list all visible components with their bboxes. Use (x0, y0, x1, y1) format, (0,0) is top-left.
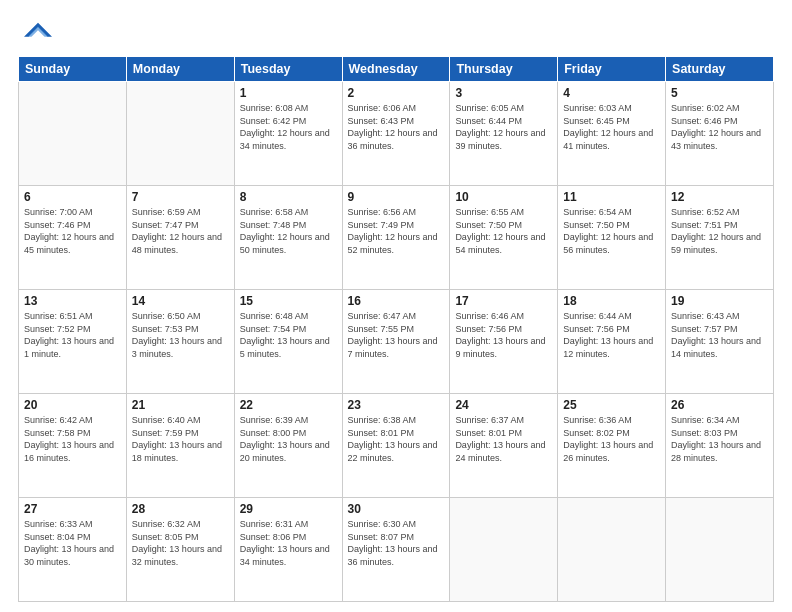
table-row: 19Sunrise: 6:43 AM Sunset: 7:57 PM Dayli… (666, 290, 774, 394)
table-row: 17Sunrise: 6:46 AM Sunset: 7:56 PM Dayli… (450, 290, 558, 394)
table-row: 15Sunrise: 6:48 AM Sunset: 7:54 PM Dayli… (234, 290, 342, 394)
table-row: 4Sunrise: 6:03 AM Sunset: 6:45 PM Daylig… (558, 82, 666, 186)
day-number: 16 (348, 294, 445, 308)
logo (18, 18, 52, 46)
table-row (450, 498, 558, 602)
day-info: Sunrise: 6:47 AM Sunset: 7:55 PM Dayligh… (348, 310, 445, 360)
day-number: 6 (24, 190, 121, 204)
day-number: 25 (563, 398, 660, 412)
table-row: 16Sunrise: 6:47 AM Sunset: 7:55 PM Dayli… (342, 290, 450, 394)
table-row: 30Sunrise: 6:30 AM Sunset: 8:07 PM Dayli… (342, 498, 450, 602)
table-row: 28Sunrise: 6:32 AM Sunset: 8:05 PM Dayli… (126, 498, 234, 602)
table-row: 21Sunrise: 6:40 AM Sunset: 7:59 PM Dayli… (126, 394, 234, 498)
day-number: 3 (455, 86, 552, 100)
table-row: 7Sunrise: 6:59 AM Sunset: 7:47 PM Daylig… (126, 186, 234, 290)
day-number: 1 (240, 86, 337, 100)
table-row: 22Sunrise: 6:39 AM Sunset: 8:00 PM Dayli… (234, 394, 342, 498)
day-info: Sunrise: 6:02 AM Sunset: 6:46 PM Dayligh… (671, 102, 768, 152)
table-row: 12Sunrise: 6:52 AM Sunset: 7:51 PM Dayli… (666, 186, 774, 290)
day-number: 8 (240, 190, 337, 204)
header-wednesday: Wednesday (342, 57, 450, 82)
table-row: 10Sunrise: 6:55 AM Sunset: 7:50 PM Dayli… (450, 186, 558, 290)
day-number: 23 (348, 398, 445, 412)
table-row: 1Sunrise: 6:08 AM Sunset: 6:42 PM Daylig… (234, 82, 342, 186)
day-number: 17 (455, 294, 552, 308)
table-row: 2Sunrise: 6:06 AM Sunset: 6:43 PM Daylig… (342, 82, 450, 186)
day-number: 4 (563, 86, 660, 100)
day-info: Sunrise: 6:31 AM Sunset: 8:06 PM Dayligh… (240, 518, 337, 568)
day-number: 11 (563, 190, 660, 204)
calendar-week-row: 13Sunrise: 6:51 AM Sunset: 7:52 PM Dayli… (19, 290, 774, 394)
table-row: 29Sunrise: 6:31 AM Sunset: 8:06 PM Dayli… (234, 498, 342, 602)
table-row (126, 82, 234, 186)
calendar-week-row: 20Sunrise: 6:42 AM Sunset: 7:58 PM Dayli… (19, 394, 774, 498)
day-number: 22 (240, 398, 337, 412)
day-number: 29 (240, 502, 337, 516)
logo-icon (24, 18, 52, 46)
day-info: Sunrise: 6:54 AM Sunset: 7:50 PM Dayligh… (563, 206, 660, 256)
day-info: Sunrise: 6:44 AM Sunset: 7:56 PM Dayligh… (563, 310, 660, 360)
calendar-week-row: 27Sunrise: 6:33 AM Sunset: 8:04 PM Dayli… (19, 498, 774, 602)
table-row: 25Sunrise: 6:36 AM Sunset: 8:02 PM Dayli… (558, 394, 666, 498)
day-number: 5 (671, 86, 768, 100)
day-info: Sunrise: 6:48 AM Sunset: 7:54 PM Dayligh… (240, 310, 337, 360)
header-friday: Friday (558, 57, 666, 82)
header-tuesday: Tuesday (234, 57, 342, 82)
table-row: 23Sunrise: 6:38 AM Sunset: 8:01 PM Dayli… (342, 394, 450, 498)
table-row: 18Sunrise: 6:44 AM Sunset: 7:56 PM Dayli… (558, 290, 666, 394)
day-info: Sunrise: 6:51 AM Sunset: 7:52 PM Dayligh… (24, 310, 121, 360)
day-number: 9 (348, 190, 445, 204)
day-info: Sunrise: 6:32 AM Sunset: 8:05 PM Dayligh… (132, 518, 229, 568)
calendar-table: Sunday Monday Tuesday Wednesday Thursday… (18, 56, 774, 602)
table-row: 6Sunrise: 7:00 AM Sunset: 7:46 PM Daylig… (19, 186, 127, 290)
day-number: 18 (563, 294, 660, 308)
day-number: 24 (455, 398, 552, 412)
day-info: Sunrise: 6:37 AM Sunset: 8:01 PM Dayligh… (455, 414, 552, 464)
header-monday: Monday (126, 57, 234, 82)
header-saturday: Saturday (666, 57, 774, 82)
day-number: 19 (671, 294, 768, 308)
day-info: Sunrise: 6:05 AM Sunset: 6:44 PM Dayligh… (455, 102, 552, 152)
table-row: 3Sunrise: 6:05 AM Sunset: 6:44 PM Daylig… (450, 82, 558, 186)
day-info: Sunrise: 6:06 AM Sunset: 6:43 PM Dayligh… (348, 102, 445, 152)
day-info: Sunrise: 6:08 AM Sunset: 6:42 PM Dayligh… (240, 102, 337, 152)
day-number: 15 (240, 294, 337, 308)
header-sunday: Sunday (19, 57, 127, 82)
table-row (19, 82, 127, 186)
day-number: 21 (132, 398, 229, 412)
day-number: 10 (455, 190, 552, 204)
table-row: 20Sunrise: 6:42 AM Sunset: 7:58 PM Dayli… (19, 394, 127, 498)
weekday-header-row: Sunday Monday Tuesday Wednesday Thursday… (19, 57, 774, 82)
day-info: Sunrise: 6:46 AM Sunset: 7:56 PM Dayligh… (455, 310, 552, 360)
day-info: Sunrise: 6:58 AM Sunset: 7:48 PM Dayligh… (240, 206, 337, 256)
day-number: 30 (348, 502, 445, 516)
day-number: 2 (348, 86, 445, 100)
day-info: Sunrise: 6:38 AM Sunset: 8:01 PM Dayligh… (348, 414, 445, 464)
day-number: 13 (24, 294, 121, 308)
header (18, 18, 774, 46)
day-info: Sunrise: 6:39 AM Sunset: 8:00 PM Dayligh… (240, 414, 337, 464)
day-info: Sunrise: 6:55 AM Sunset: 7:50 PM Dayligh… (455, 206, 552, 256)
day-number: 27 (24, 502, 121, 516)
day-number: 26 (671, 398, 768, 412)
day-number: 14 (132, 294, 229, 308)
table-row: 11Sunrise: 6:54 AM Sunset: 7:50 PM Dayli… (558, 186, 666, 290)
day-number: 12 (671, 190, 768, 204)
calendar-week-row: 1Sunrise: 6:08 AM Sunset: 6:42 PM Daylig… (19, 82, 774, 186)
calendar-week-row: 6Sunrise: 7:00 AM Sunset: 7:46 PM Daylig… (19, 186, 774, 290)
day-info: Sunrise: 6:50 AM Sunset: 7:53 PM Dayligh… (132, 310, 229, 360)
day-info: Sunrise: 6:52 AM Sunset: 7:51 PM Dayligh… (671, 206, 768, 256)
day-info: Sunrise: 6:33 AM Sunset: 8:04 PM Dayligh… (24, 518, 121, 568)
table-row: 24Sunrise: 6:37 AM Sunset: 8:01 PM Dayli… (450, 394, 558, 498)
table-row: 14Sunrise: 6:50 AM Sunset: 7:53 PM Dayli… (126, 290, 234, 394)
day-info: Sunrise: 6:59 AM Sunset: 7:47 PM Dayligh… (132, 206, 229, 256)
day-info: Sunrise: 7:00 AM Sunset: 7:46 PM Dayligh… (24, 206, 121, 256)
header-thursday: Thursday (450, 57, 558, 82)
day-info: Sunrise: 6:40 AM Sunset: 7:59 PM Dayligh… (132, 414, 229, 464)
table-row: 26Sunrise: 6:34 AM Sunset: 8:03 PM Dayli… (666, 394, 774, 498)
table-row: 27Sunrise: 6:33 AM Sunset: 8:04 PM Dayli… (19, 498, 127, 602)
table-row (558, 498, 666, 602)
day-info: Sunrise: 6:43 AM Sunset: 7:57 PM Dayligh… (671, 310, 768, 360)
page: Sunday Monday Tuesday Wednesday Thursday… (0, 0, 792, 612)
day-number: 7 (132, 190, 229, 204)
